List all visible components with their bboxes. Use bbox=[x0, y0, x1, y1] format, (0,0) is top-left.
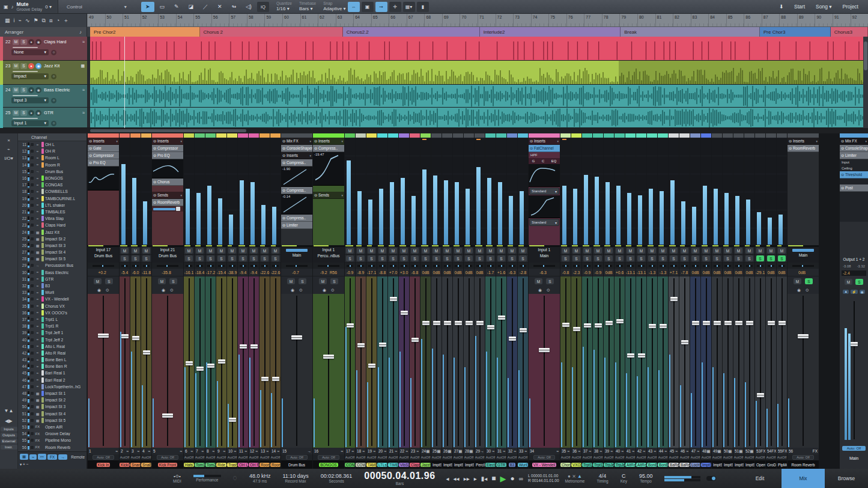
strip-name-label[interactable]: BaReal bbox=[679, 463, 690, 467]
insert-slot[interactable]: ⊙ RoomReverb bbox=[152, 199, 183, 206]
pan-control[interactable] bbox=[690, 263, 700, 269]
mute-button[interactable]: M bbox=[250, 248, 258, 254]
track-list-icon[interactable]: ⧉ bbox=[42, 17, 46, 24]
solo-button[interactable]: S bbox=[805, 278, 813, 284]
next-bar-button[interactable]: ▸ bbox=[474, 475, 477, 482]
pan-control[interactable] bbox=[281, 263, 312, 269]
ruler-tick[interactable]: 66 bbox=[389, 14, 407, 26]
channel-fader[interactable] bbox=[669, 276, 679, 448]
track-solo-button[interactable]: S bbox=[20, 87, 27, 93]
audio-clip[interactable] bbox=[90, 37, 868, 60]
fader-cap[interactable] bbox=[261, 377, 269, 381]
channel-list-row[interactable]: 13≈Room L bbox=[18, 154, 86, 161]
insert-slot[interactable]: ⊙ Chorus bbox=[152, 178, 183, 186]
channel-list-row[interactable]: 14≈Room R bbox=[18, 162, 86, 168]
arranger-section[interactable]: Pre Chor3 bbox=[760, 27, 831, 37]
fader-cap[interactable] bbox=[638, 353, 645, 358]
eraser-tool[interactable]: ◪ bbox=[184, 2, 198, 12]
mute-button[interactable]: M bbox=[713, 248, 721, 254]
mute-button[interactable]: M bbox=[756, 248, 764, 254]
inspector-icon[interactable]: i bbox=[14, 17, 15, 23]
automation-mode[interactable]: Auto: Off bbox=[281, 454, 312, 460]
channel-list-row[interactable]: 40≈Trpt Jeff 2 bbox=[18, 336, 86, 343]
channel-fader[interactable] bbox=[529, 294, 560, 448]
automation-mode[interactable]: AutOff bbox=[130, 454, 141, 460]
mute-button[interactable]: M bbox=[400, 248, 408, 254]
fader-cap[interactable] bbox=[746, 321, 753, 325]
track-input-gain-knob[interactable]: ○ bbox=[51, 50, 56, 55]
strip-name-label[interactable]: BaReal bbox=[669, 463, 679, 467]
strip-name-label[interactable]: COWB bbox=[356, 463, 366, 467]
channel-list-row[interactable]: 54FXGroove Delay bbox=[18, 430, 86, 437]
solo-button[interactable]: S bbox=[637, 255, 645, 261]
channel-list-row[interactable]: 41≈Alto L Real bbox=[18, 343, 86, 350]
memory-button[interactable]: ▮ bbox=[417, 2, 429, 12]
fader-cap[interactable] bbox=[724, 321, 732, 325]
mute-button[interactable]: M bbox=[497, 248, 505, 254]
audio-clip[interactable] bbox=[90, 85, 868, 107]
pan-control[interactable] bbox=[560, 263, 571, 269]
automation-mode[interactable]: AutOff bbox=[733, 454, 744, 460]
gain-value[interactable]: +0.6 bbox=[615, 269, 625, 276]
fader-cap[interactable] bbox=[778, 321, 786, 325]
ruler-tick[interactable]: 52 bbox=[141, 14, 159, 26]
automation-mode[interactable]: AutOff bbox=[636, 454, 646, 460]
automation-mode[interactable]: AutOff bbox=[388, 454, 398, 460]
channel-fader[interactable] bbox=[410, 276, 420, 448]
remote-label[interactable]: Remote bbox=[71, 455, 85, 459]
quantize-group[interactable]: Quantize 1/16 ▾ bbox=[276, 2, 292, 11]
insert-slot[interactable]: ⊙ Compressor bbox=[152, 145, 183, 152]
track-volume-slider[interactable] bbox=[13, 118, 38, 119]
channel-list-row[interactable]: 45≈Bari Real 1 bbox=[18, 370, 86, 376]
ruler-tick[interactable]: 49 bbox=[87, 14, 105, 26]
vertical-scrollbar[interactable] bbox=[863, 37, 868, 128]
ruler-tick[interactable]: 69 bbox=[442, 14, 460, 26]
mute-button[interactable]: M bbox=[670, 248, 678, 254]
pan-control[interactable] bbox=[766, 263, 776, 269]
mute-button[interactable]: M bbox=[378, 248, 386, 254]
fader-cap[interactable] bbox=[681, 340, 688, 344]
pan-control[interactable] bbox=[571, 263, 581, 269]
panel-header[interactable]: ⊙ Sends▾ bbox=[313, 192, 344, 199]
gain-value[interactable]: -5.4 bbox=[120, 269, 130, 276]
forward-button[interactable]: ▸▸ bbox=[464, 475, 470, 482]
strip-name-label[interactable]: ImptSt bbox=[701, 463, 711, 467]
pan-control[interactable] bbox=[431, 263, 442, 269]
insert-slot[interactable]: ⊙ Compress.. bbox=[281, 187, 312, 194]
mute-button[interactable]: M bbox=[535, 278, 542, 284]
pan-control[interactable] bbox=[712, 263, 722, 269]
view-button-mix[interactable]: Mix bbox=[782, 469, 825, 488]
solo-button[interactable]: S bbox=[346, 255, 354, 261]
mute-button[interactable]: M bbox=[476, 248, 484, 254]
strip-name-label[interactable]: CONG bbox=[345, 463, 355, 467]
automation-mode[interactable]: AutOff bbox=[518, 454, 528, 460]
pan-control[interactable] bbox=[518, 263, 528, 269]
gain-value[interactable]: -11.8 bbox=[141, 269, 151, 276]
fader-cap[interactable] bbox=[218, 359, 225, 364]
channel-list-row[interactable]: 38≈Trpt1 R bbox=[18, 323, 86, 329]
fader-cap[interactable] bbox=[670, 297, 678, 301]
track-input-dropdown[interactable]: Input 3▾ bbox=[11, 97, 49, 103]
follow-toggle[interactable]: ➙ bbox=[375, 2, 387, 12]
metronome-group[interactable]: ● ⨯ ▲ Metronome bbox=[565, 474, 585, 484]
mute-button[interactable]: M bbox=[572, 248, 580, 254]
channel-fader[interactable] bbox=[582, 276, 592, 448]
gain-value[interactable]: -13.1 bbox=[636, 269, 646, 276]
fader-cap[interactable] bbox=[401, 311, 408, 315]
fader-cap[interactable] bbox=[250, 344, 258, 349]
automation-mode[interactable]: AutOff bbox=[227, 454, 237, 460]
pan-control[interactable] bbox=[615, 263, 625, 269]
channel-fader[interactable] bbox=[507, 276, 517, 448]
strip-io-routing[interactable]: Input 1Main bbox=[529, 247, 560, 263]
channel-fader[interactable] bbox=[195, 276, 205, 448]
strip-name-label[interactable]: SnareT bbox=[130, 463, 141, 467]
rail-tab-inputs[interactable]: Inputs bbox=[1, 427, 17, 432]
channel-fader[interactable] bbox=[120, 276, 130, 448]
solo-button[interactable]: S bbox=[272, 255, 279, 261]
automation-mode[interactable]: AutOff bbox=[120, 454, 130, 460]
fader-cap[interactable] bbox=[132, 336, 139, 340]
solo-button[interactable]: S bbox=[476, 255, 484, 261]
gain-value[interactable]: +1.6 bbox=[496, 269, 506, 276]
solo-button[interactable]: S bbox=[745, 255, 753, 261]
strip-name-label[interactable]: KickOu bbox=[120, 463, 130, 467]
